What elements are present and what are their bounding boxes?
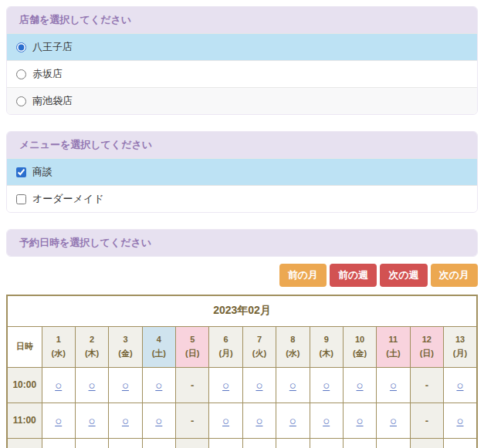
store-option-minamiikebukuro[interactable]: 南池袋店 — [7, 87, 477, 114]
datetime-select-title: 予約日時を選択してください — [7, 230, 477, 256]
time-label-cell: 11:00 — [7, 403, 42, 438]
slot-cell: ○ — [242, 367, 276, 403]
slot-available-link[interactable]: ○ — [289, 414, 296, 427]
radio-button[interactable] — [16, 42, 26, 52]
time-label-cell: 10:00 — [7, 367, 42, 403]
slot-available-link[interactable]: ○ — [456, 414, 463, 427]
menu-option-label: オーダーメイド — [32, 192, 104, 206]
slot-available-link[interactable]: ○ — [55, 414, 62, 427]
slot-cell: ○ — [377, 403, 410, 438]
slot-cell: ○ — [276, 403, 310, 438]
slot-cell: ○ — [75, 367, 108, 403]
slot-cell: ○ — [242, 403, 276, 438]
slot-cell: ○ — [209, 367, 242, 403]
radio-button[interactable] — [16, 69, 26, 79]
next-month-button[interactable]: 次の月 — [431, 264, 478, 287]
slot-cell: ○ — [444, 367, 478, 403]
slot-available-link[interactable]: ○ — [289, 379, 296, 392]
calendar-title-row: 2023年02月 — [7, 295, 477, 326]
day-header-cell: 7(火) — [242, 326, 276, 367]
slot-cell: ○ — [142, 367, 175, 403]
slot-available-link[interactable]: ○ — [89, 414, 96, 427]
slot-cell: ○ — [276, 367, 310, 403]
slot-available-link[interactable]: ○ — [390, 414, 397, 427]
time-row: 11:00○○○○-○○○○○○-○ — [7, 403, 477, 438]
store-option-akasaka[interactable]: 赤坂店 — [7, 60, 477, 87]
store-select-panel: 店舗を選択してください 八王子店赤坂店南池袋店 — [6, 6, 478, 115]
slot-available-link[interactable]: ○ — [155, 414, 162, 427]
slot-available-link[interactable]: ○ — [155, 379, 162, 392]
day-header-cell: 9(木) — [310, 326, 343, 367]
calendar-month-title: 2023年02月 — [7, 295, 477, 326]
prev-week-button[interactable]: 前の週 — [330, 264, 377, 287]
day-header-cell: 12(日) — [410, 326, 443, 367]
day-header-cell: 6(月) — [209, 326, 242, 367]
calendar-table: 2023年02月 日時 1(水)2(木)3(金)4(土)5(日)6(月)7(火)… — [6, 295, 478, 448]
day-header-cell: 4(土) — [142, 326, 175, 367]
slot-cell: ○ — [109, 438, 142, 448]
slot-available-link[interactable]: ○ — [89, 379, 96, 392]
day-header-cell: 10(金) — [343, 326, 376, 367]
slot-cell: ○ — [209, 403, 242, 438]
slot-cell: ○ — [377, 438, 410, 448]
slot-cell: ○ — [343, 367, 376, 403]
slot-unavailable-cell: - — [176, 438, 209, 448]
slot-cell: ○ — [142, 438, 175, 448]
slot-cell: ○ — [310, 438, 343, 448]
slot-available-link[interactable]: ○ — [357, 379, 364, 392]
radio-button[interactable] — [16, 96, 26, 106]
slot-available-link[interactable]: ○ — [122, 414, 129, 427]
slot-available-link[interactable]: ○ — [323, 414, 330, 427]
datetime-corner-label: 日時 — [7, 326, 42, 367]
slot-unavailable-cell: - — [410, 403, 443, 438]
time-row: 10:00○○○○-○○○○○○-○ — [7, 367, 477, 403]
store-option-list: 八王子店赤坂店南池袋店 — [7, 33, 477, 114]
checkbox[interactable] — [16, 167, 26, 177]
slot-available-link[interactable]: ○ — [256, 379, 262, 392]
slot-available-link[interactable]: ○ — [323, 379, 330, 392]
slot-cell: ○ — [142, 403, 175, 438]
day-header-cell: 5(日) — [176, 326, 209, 367]
day-header-cell: 3(金) — [109, 326, 142, 367]
store-select-title: 店舗を選択してください — [7, 7, 477, 33]
slot-available-link[interactable]: ○ — [222, 414, 229, 427]
slot-unavailable-cell: - — [410, 438, 443, 448]
menu-option-ordermade[interactable]: オーダーメイド — [7, 185, 477, 212]
slot-available-link[interactable]: ○ — [357, 414, 364, 427]
slot-cell: ○ — [377, 367, 410, 403]
calendar-nav-buttons: 前の月前の週次の週次の月 — [6, 264, 478, 287]
day-header-cell: 2(木) — [75, 326, 108, 367]
slot-available-link[interactable]: ○ — [222, 379, 229, 392]
day-header-cell: 8(水) — [276, 326, 310, 367]
datetime-select-panel: 予約日時を選択してください — [6, 229, 478, 257]
slot-available-link[interactable]: ○ — [256, 414, 262, 427]
calendar-day-header-row: 日時 1(水)2(木)3(金)4(土)5(日)6(月)7(火)8(水)9(木)1… — [7, 326, 477, 367]
store-option-label: 赤坂店 — [32, 67, 63, 81]
slot-cell: ○ — [75, 403, 108, 438]
slot-available-link[interactable]: ○ — [122, 379, 129, 392]
menu-option-shodan[interactable]: 商談 — [7, 158, 477, 185]
checkbox[interactable] — [16, 194, 26, 204]
slot-cell: ○ — [242, 438, 276, 448]
slot-cell: ○ — [42, 403, 75, 438]
slot-cell: ○ — [42, 438, 75, 448]
slot-unavailable-cell: - — [176, 367, 209, 403]
next-week-button[interactable]: 次の週 — [380, 264, 427, 287]
slot-cell: ○ — [109, 367, 142, 403]
day-header-cell: 13(月) — [444, 326, 478, 367]
time-label-cell: 12:00 — [7, 438, 42, 448]
slot-available-link[interactable]: ○ — [55, 379, 62, 392]
slot-cell: ○ — [276, 438, 310, 448]
slot-available-link[interactable]: ○ — [456, 379, 463, 392]
slot-cell: ○ — [75, 438, 108, 448]
slot-cell: ○ — [209, 438, 242, 448]
store-option-label: 八王子店 — [32, 40, 73, 54]
slot-available-link[interactable]: ○ — [390, 379, 397, 392]
slot-cell: ○ — [310, 367, 343, 403]
slot-cell: ○ — [42, 367, 75, 403]
store-option-hachioji[interactable]: 八王子店 — [7, 33, 477, 60]
prev-month-button[interactable]: 前の月 — [279, 264, 327, 287]
time-row: 12:00○○○○-○○○○○○-○ — [7, 438, 477, 448]
slot-unavailable-cell: - — [410, 367, 443, 403]
day-header-cell: 11(土) — [377, 326, 410, 367]
